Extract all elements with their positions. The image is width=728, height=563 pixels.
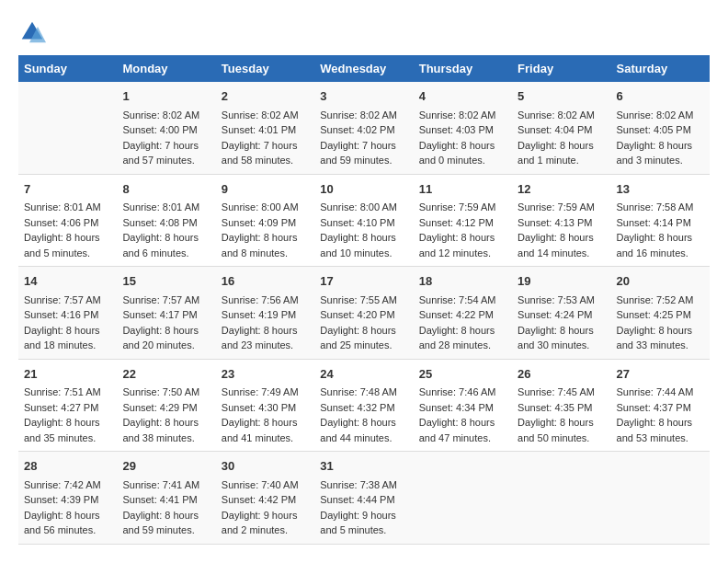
sunset-text: Sunset: 4:30 PM: [222, 402, 296, 413]
sunset-text: Sunset: 4:08 PM: [122, 217, 197, 228]
daylight-text: Daylight: 7 hours and 59 minutes.: [320, 140, 396, 167]
sunrise-text: Sunrise: 7:57 AM: [24, 294, 101, 305]
day-number: 15: [122, 272, 210, 291]
calendar-cell: 15Sunrise: 7:57 AMSunset: 4:17 PMDayligh…: [117, 267, 215, 360]
day-number: 13: [617, 180, 704, 199]
calendar-cell: 25Sunrise: 7:46 AMSunset: 4:34 PMDayligh…: [414, 359, 512, 452]
sunset-text: Sunset: 4:39 PM: [24, 494, 98, 505]
day-number: 17: [320, 272, 407, 291]
daylight-text: Daylight: 8 hours and 53 minutes.: [617, 417, 693, 443]
daylight-text: Daylight: 8 hours and 1 minute.: [518, 140, 594, 167]
sunrise-text: Sunrise: 8:01 AM: [122, 201, 199, 213]
calendar-cell: 13Sunrise: 7:58 AMSunset: 4:14 PMDayligh…: [611, 174, 710, 267]
calendar-cell: 21Sunrise: 7:51 AMSunset: 4:27 PMDayligh…: [18, 359, 117, 452]
sunset-text: Sunset: 4:12 PM: [419, 217, 494, 228]
sunrise-text: Sunrise: 7:54 AM: [419, 294, 496, 305]
sunset-text: Sunset: 4:04 PM: [518, 124, 592, 135]
day-number: 22: [122, 365, 210, 384]
calendar-table: Sunday Monday Tuesday Wednesday Thursday…: [18, 55, 710, 545]
daylight-text: Daylight: 8 hours and 3 minutes.: [617, 140, 693, 167]
calendar-week-row: 21Sunrise: 7:51 AMSunset: 4:27 PMDayligh…: [18, 359, 710, 452]
sunrise-text: Sunrise: 7:40 AM: [222, 479, 299, 490]
sunrise-text: Sunrise: 7:56 AM: [222, 294, 299, 305]
day-number: 1: [122, 87, 210, 106]
sunset-text: Sunset: 4:02 PM: [320, 124, 394, 135]
sunrise-text: Sunrise: 7:48 AM: [320, 386, 397, 397]
sunset-text: Sunset: 4:29 PM: [122, 402, 197, 413]
day-number: 8: [122, 180, 210, 199]
sunset-text: Sunset: 4:44 PM: [320, 494, 394, 505]
sunset-text: Sunset: 4:20 PM: [320, 309, 394, 320]
daylight-text: Daylight: 8 hours and 50 minutes.: [518, 417, 594, 443]
day-number: 5: [518, 87, 605, 106]
logo: [18, 18, 51, 46]
day-number: 29: [122, 457, 210, 476]
daylight-text: Daylight: 8 hours and 28 minutes.: [419, 325, 495, 351]
daylight-text: Daylight: 9 hours and 5 minutes.: [320, 510, 396, 536]
calendar-cell: 3Sunrise: 8:02 AMSunset: 4:02 PMDaylight…: [314, 82, 413, 174]
calendar-cell: 16Sunrise: 7:56 AMSunset: 4:19 PMDayligh…: [216, 267, 314, 360]
calendar-cell: [512, 452, 610, 545]
sunset-text: Sunset: 4:17 PM: [122, 309, 197, 320]
sunrise-text: Sunrise: 7:49 AM: [222, 386, 299, 397]
sunset-text: Sunset: 4:42 PM: [222, 494, 296, 505]
day-number: 18: [419, 272, 506, 291]
day-number: 9: [222, 180, 309, 199]
sunrise-text: Sunrise: 7:44 AM: [617, 386, 694, 397]
sunrise-text: Sunrise: 8:02 AM: [320, 109, 397, 121]
sunrise-text: Sunrise: 7:45 AM: [518, 386, 595, 397]
calendar-cell: 27Sunrise: 7:44 AMSunset: 4:37 PMDayligh…: [611, 359, 710, 452]
daylight-text: Daylight: 8 hours and 59 minutes.: [122, 510, 199, 536]
sunrise-text: Sunrise: 7:57 AM: [122, 294, 199, 305]
daylight-text: Daylight: 8 hours and 6 minutes.: [122, 232, 199, 259]
col-monday: Monday: [117, 55, 215, 82]
calendar-cell: 17Sunrise: 7:55 AMSunset: 4:20 PMDayligh…: [314, 267, 413, 360]
day-number: 19: [518, 272, 605, 291]
calendar-cell: 2Sunrise: 8:02 AMSunset: 4:01 PMDaylight…: [216, 82, 314, 174]
day-number: 3: [320, 87, 407, 106]
sunset-text: Sunset: 4:27 PM: [24, 402, 98, 413]
calendar-cell: 19Sunrise: 7:53 AMSunset: 4:24 PMDayligh…: [512, 267, 610, 360]
daylight-text: Daylight: 8 hours and 16 minutes.: [617, 232, 693, 259]
day-number: 20: [617, 272, 704, 291]
calendar-cell: 1Sunrise: 8:02 AMSunset: 4:00 PMDaylight…: [117, 82, 215, 174]
sunrise-text: Sunrise: 7:38 AM: [320, 479, 397, 490]
day-number: 24: [320, 365, 407, 384]
day-number: 31: [320, 457, 407, 476]
calendar-week-row: 14Sunrise: 7:57 AMSunset: 4:16 PMDayligh…: [18, 267, 710, 360]
day-number: 4: [419, 87, 506, 106]
day-number: 30: [222, 457, 309, 476]
sunset-text: Sunset: 4:37 PM: [617, 402, 691, 413]
daylight-text: Daylight: 8 hours and 35 minutes.: [24, 417, 100, 443]
daylight-text: Daylight: 8 hours and 18 minutes.: [24, 325, 100, 351]
calendar-cell: 20Sunrise: 7:52 AMSunset: 4:25 PMDayligh…: [611, 267, 710, 360]
sunset-text: Sunset: 4:14 PM: [617, 217, 691, 228]
calendar-cell: [18, 82, 117, 174]
daylight-text: Daylight: 7 hours and 58 minutes.: [222, 140, 298, 167]
day-number: 11: [419, 180, 506, 199]
sunrise-text: Sunrise: 7:42 AM: [24, 479, 101, 490]
col-tuesday: Tuesday: [216, 55, 314, 82]
calendar-cell: 7Sunrise: 8:01 AMSunset: 4:06 PMDaylight…: [18, 174, 117, 267]
sunset-text: Sunset: 4:03 PM: [419, 124, 494, 135]
day-number: 16: [222, 272, 309, 291]
day-number: 21: [24, 365, 111, 384]
sunrise-text: Sunrise: 8:02 AM: [617, 109, 694, 121]
calendar-cell: 14Sunrise: 7:57 AMSunset: 4:16 PMDayligh…: [18, 267, 117, 360]
daylight-text: Daylight: 8 hours and 56 minutes.: [24, 510, 100, 536]
logo-icon: [18, 18, 46, 46]
daylight-text: Daylight: 8 hours and 25 minutes.: [320, 325, 396, 351]
calendar-cell: 22Sunrise: 7:50 AMSunset: 4:29 PMDayligh…: [117, 359, 215, 452]
calendar-cell: 24Sunrise: 7:48 AMSunset: 4:32 PMDayligh…: [314, 359, 413, 452]
daylight-text: Daylight: 8 hours and 23 minutes.: [222, 325, 298, 351]
calendar-cell: 10Sunrise: 8:00 AMSunset: 4:10 PMDayligh…: [314, 174, 413, 267]
sunset-text: Sunset: 4:16 PM: [24, 309, 98, 320]
calendar-cell: 6Sunrise: 8:02 AMSunset: 4:05 PMDaylight…: [611, 82, 710, 174]
col-saturday: Saturday: [611, 55, 710, 82]
calendar-cell: 12Sunrise: 7:59 AMSunset: 4:13 PMDayligh…: [512, 174, 610, 267]
calendar-cell: [414, 452, 512, 545]
sunrise-text: Sunrise: 8:02 AM: [122, 109, 199, 121]
day-number: 10: [320, 180, 407, 199]
sunrise-text: Sunrise: 7:52 AM: [617, 294, 694, 305]
daylight-text: Daylight: 8 hours and 20 minutes.: [122, 325, 199, 351]
